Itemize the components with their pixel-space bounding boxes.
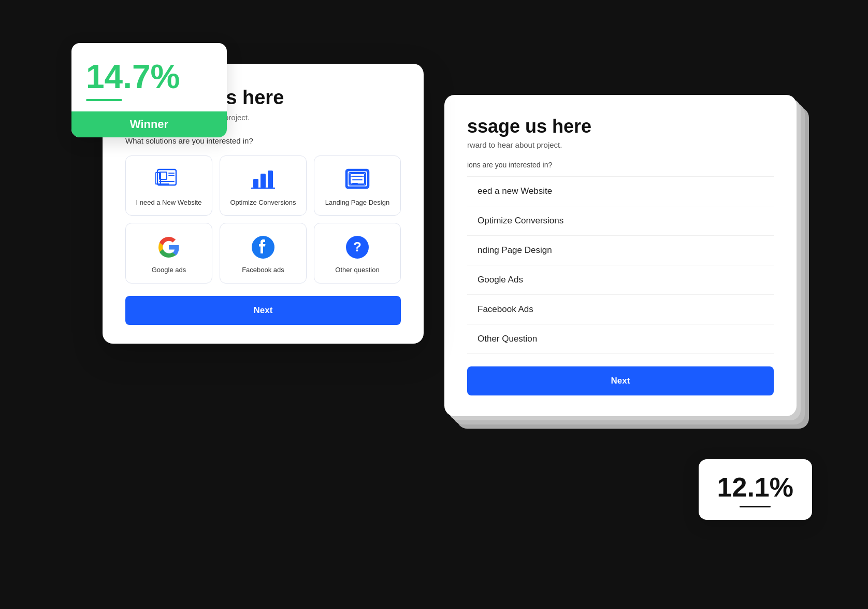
card-back: ssage us here rward to hear about projec… — [444, 95, 797, 416]
back-card-question: ions are you interested in? — [467, 161, 774, 169]
option-google[interactable]: Google ads — [125, 223, 212, 284]
option-other[interactable]: ? Other question — [314, 223, 401, 284]
options-grid: I need a New Website Optimize Conversion… — [125, 155, 401, 284]
winner-percentage: 14.7% — [86, 58, 212, 96]
winner-label: Winner — [71, 111, 227, 137]
front-card-question: What solutions are you interested in? — [125, 136, 401, 145]
back-list-item-optimize[interactable]: Optimize Conversions — [467, 206, 774, 236]
stats-badge-121: 12.1% — [699, 459, 812, 520]
svg-rect-9 — [268, 171, 273, 188]
winner-underline — [86, 99, 122, 101]
back-list-item-other[interactable]: Other Question — [467, 324, 774, 354]
option-facebook[interactable]: Facebook ads — [220, 223, 307, 284]
back-card-subtitle: rward to hear about project. — [467, 140, 774, 149]
svg-rect-12 — [350, 174, 365, 184]
back-list-item-website[interactable]: eed a new Website — [467, 176, 774, 206]
front-next-button[interactable]: Next — [125, 296, 401, 325]
back-list-item-google[interactable]: Google Ads — [467, 265, 774, 295]
svg-text:?: ? — [353, 239, 361, 254]
svg-rect-7 — [253, 179, 258, 188]
back-options-list: eed a new Website Optimize Conversions n… — [467, 176, 774, 354]
back-list-item-landing[interactable]: nding Page Design — [467, 236, 774, 265]
option-google-label: Google ads — [152, 266, 186, 275]
back-next-button[interactable]: Next — [467, 366, 774, 395]
newspaper-icon — [154, 167, 183, 192]
option-other-label: Other question — [335, 266, 379, 275]
facebook-icon — [249, 235, 278, 260]
option-new-website-label: I need a New Website — [136, 199, 202, 207]
question-icon: ? — [343, 235, 372, 260]
scene: 14.7% Winner ssage us here rward to hear… — [71, 33, 797, 577]
option-optimize[interactable]: Optimize Conversions — [220, 155, 307, 216]
option-optimize-label: Optimize Conversions — [230, 199, 296, 207]
stats-121-underline — [740, 506, 771, 507]
svg-rect-8 — [261, 174, 266, 188]
layout-icon — [343, 167, 372, 192]
bar-chart-icon — [249, 167, 278, 192]
stats-121-value: 12.1% — [717, 472, 793, 503]
google-icon — [154, 235, 183, 260]
option-facebook-label: Facebook ads — [242, 266, 284, 275]
back-card-title: ssage us here — [467, 116, 774, 137]
winner-badge: 14.7% Winner — [71, 43, 227, 137]
option-landing-label: Landing Page Design — [325, 199, 389, 207]
option-landing[interactable]: Landing Page Design — [314, 155, 401, 216]
back-list-item-facebook[interactable]: Facebook Ads — [467, 295, 774, 324]
option-new-website[interactable]: I need a New Website — [125, 155, 212, 216]
